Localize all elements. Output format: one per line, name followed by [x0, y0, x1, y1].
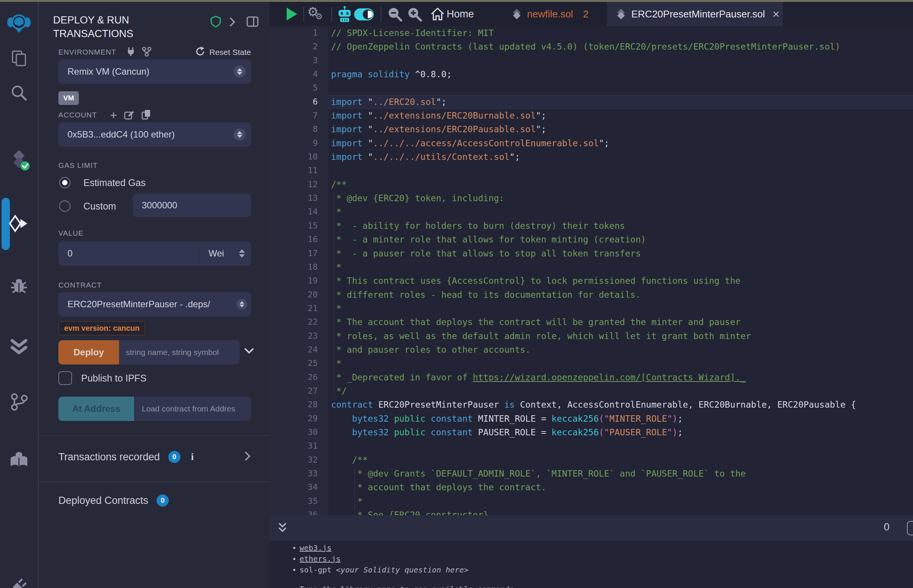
code-line[interactable] — [331, 164, 856, 177]
git-icon[interactable] — [0, 390, 38, 414]
code-line[interactable]: * - ability for holders to burn (destroy… — [331, 219, 856, 233]
account-select[interactable]: 0x5B3...eddC4 (100 ether) — [58, 123, 251, 147]
code-line[interactable] — [331, 439, 856, 453]
code-line[interactable]: */ — [331, 384, 856, 398]
tab-erc20presetminterpauser[interactable]: ERC20PresetMinterPauser.sol × — [607, 2, 783, 26]
script-config-icon[interactable]: ⚙⚙ — [307, 4, 326, 19]
deploy-params-input[interactable]: string name, string symbol — [119, 340, 240, 365]
code-line[interactable]: * @dev {ERC20} token, including: — [331, 191, 856, 205]
code-line[interactable]: * and pauser roles to other accounts. — [331, 343, 856, 357]
line-number: 24 — [269, 343, 318, 357]
collapse-terminal-icon[interactable] — [277, 522, 288, 536]
estimated-gas-radio[interactable] — [59, 177, 71, 188]
code-line[interactable]: * - a minter role that allows for token … — [331, 233, 856, 246]
code-line[interactable]: * @dev Grants `DEFAULT_ADMIN_ROLE`, `MIN… — [331, 467, 856, 480]
contract-select[interactable]: ERC20PresetMinterPauser - .deps/ — [58, 292, 251, 317]
unit-testing-icon[interactable] — [0, 334, 38, 358]
file-explorer-icon[interactable] — [0, 46, 38, 71]
run-script-play-icon[interactable] — [287, 8, 297, 21]
code-line[interactable]: bytes32 public constant PAUSER_ROLE = ke… — [331, 425, 856, 439]
custom-gas-radio[interactable] — [59, 200, 71, 212]
unit-stepper-icon[interactable] — [239, 249, 245, 258]
code-line[interactable]: * — [331, 302, 856, 315]
publish-ipfs-checkbox[interactable] — [58, 371, 72, 385]
line-number: 21 — [269, 302, 318, 315]
code-line[interactable]: * — [331, 260, 856, 274]
expand-params-icon[interactable] — [243, 346, 255, 357]
deploy-and-run-icon[interactable] — [0, 212, 38, 236]
line-number: 12 — [269, 178, 318, 191]
reset-state-button[interactable]: Reset State — [209, 48, 251, 57]
line-number: 31 — [269, 439, 318, 453]
code-line[interactable]: import "../extensions/ERC20Burnable.sol"… — [331, 109, 856, 123]
terminal-entry[interactable]: •web3.js — [292, 543, 469, 554]
zoom-out-icon[interactable] — [387, 7, 403, 24]
code-line[interactable]: * different roles - head to its document… — [331, 288, 856, 302]
at-address-input[interactable]: Load contract from Addres — [135, 397, 251, 421]
add-account-icon[interactable]: + — [110, 110, 117, 120]
estimated-gas-label: Estimated Gas — [83, 177, 146, 188]
code-line[interactable]: * See {ERC20-constructor}. — [331, 508, 856, 515]
code-line[interactable]: * — [331, 494, 856, 508]
search-icon[interactable] — [0, 81, 38, 105]
plug-environment-icon[interactable] — [126, 47, 136, 58]
value-input[interactable]: 0 — [68, 248, 198, 259]
code-line[interactable]: // SPDX-License-Identifier: MIT — [331, 26, 856, 40]
tab-newfile[interactable]: newfile.sol 2 — [512, 2, 588, 26]
code-line[interactable]: import "../ERC20.sol"; — [331, 95, 856, 109]
custom-gas-input[interactable]: 3000000 — [133, 194, 251, 217]
code-line[interactable]: * _Deprecated in favor of https://wizard… — [331, 370, 856, 384]
code-line[interactable]: import "../../../access/AccessControlEnu… — [331, 136, 856, 150]
terminal-output[interactable]: •web3.js•ethers.js•sol-gpt <your Solidit… — [269, 541, 913, 588]
chevron-right-icon[interactable] — [229, 17, 236, 28]
plug-icon[interactable] — [0, 574, 38, 588]
copy-account-icon[interactable] — [141, 109, 151, 121]
fork-environment-icon[interactable] — [142, 47, 152, 58]
ai-assistant-robot-icon[interactable] — [337, 6, 353, 24]
at-address-button[interactable]: At Address — [58, 397, 134, 421]
reset-state-icon[interactable] — [196, 47, 206, 58]
shield-icon[interactable] — [210, 16, 222, 29]
environment-select[interactable]: Remix VM (Cancun) — [58, 60, 251, 84]
copilot-toggle[interactable] — [354, 8, 374, 21]
plugin-manager-icon[interactable] — [0, 448, 38, 472]
activity-bar — [0, 2, 39, 588]
account-value: 0x5B3...eddC4 (100 ether) — [68, 129, 233, 140]
deploy-button[interactable]: Deploy — [58, 340, 119, 365]
code-line[interactable] — [331, 81, 856, 95]
value-unit-select[interactable]: Wei — [199, 248, 251, 259]
debugger-icon[interactable] — [0, 273, 38, 297]
line-number: 28 — [269, 398, 318, 412]
code-line[interactable]: /** — [331, 178, 856, 191]
code-line[interactable]: import "../../../utils/Context.sol"; — [331, 150, 856, 164]
code-line[interactable]: * account that deploys the contract. — [331, 480, 856, 494]
value-label: VALUE — [58, 229, 83, 237]
line-number: 14 — [269, 205, 318, 219]
code-line[interactable]: pragma solidity ^0.8.0; — [331, 68, 856, 81]
code-line[interactable]: /** — [331, 453, 856, 467]
code-line[interactable]: bytes32 public constant MINTER_ROLE = ke… — [331, 412, 856, 425]
code-line[interactable]: * - a pauser role that allows to stop al… — [331, 247, 856, 260]
code-line[interactable] — [331, 54, 856, 68]
code-editor[interactable]: 1234567891011121314151617181920212223242… — [269, 26, 913, 515]
home-tab[interactable]: Home — [447, 8, 474, 20]
pin-panel-icon[interactable] — [246, 16, 259, 28]
edit-account-icon[interactable] — [124, 109, 134, 121]
close-tab-icon[interactable]: × — [773, 8, 780, 20]
code-line[interactable]: * This contract uses {AccessControl} to … — [331, 274, 856, 288]
code-line[interactable]: * — [331, 357, 856, 370]
code-line[interactable]: * roles, as well as the default admin ro… — [331, 329, 856, 343]
info-icon[interactable]: i — [191, 451, 194, 463]
terminal-entry[interactable]: •ethers.js — [292, 554, 469, 564]
code-line[interactable]: * The account that deploys the contract … — [331, 315, 856, 329]
code-line[interactable]: contract ERC20PresetMinterPauser is Cont… — [331, 398, 856, 412]
solidity-compiler-icon[interactable] — [0, 148, 38, 172]
code-line[interactable]: * — [331, 205, 856, 219]
home-icon[interactable] — [430, 6, 445, 23]
zoom-in-icon[interactable] — [407, 7, 423, 24]
listen-transactions-checkbox[interactable] — [907, 521, 913, 535]
code-line[interactable]: import "../extensions/ERC20Pausable.sol"… — [331, 123, 856, 136]
expand-transactions-icon[interactable] — [244, 451, 251, 463]
code-line[interactable]: // OpenZeppelin Contracts (last updated … — [331, 40, 856, 53]
remix-logo-icon[interactable] — [0, 11, 38, 36]
